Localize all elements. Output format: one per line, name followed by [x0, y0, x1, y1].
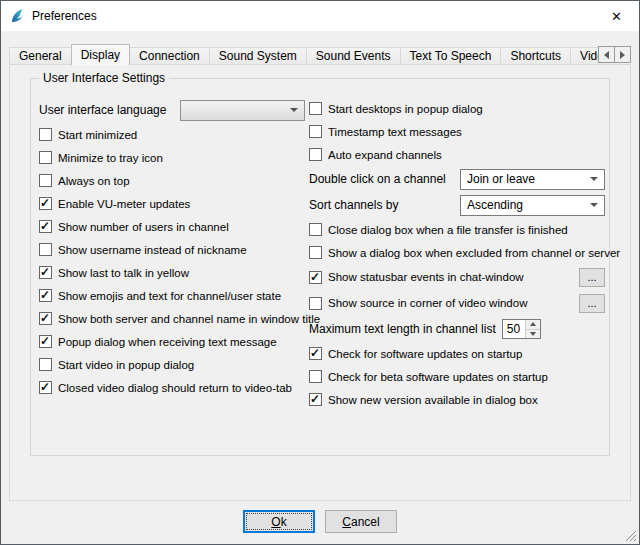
row-double-click-channel: Double click on a channel Join or leave — [309, 166, 605, 192]
close-button[interactable]: ✕ — [594, 1, 639, 31]
checkbox-statusbar-events[interactable]: Show statusbar events in chat-window ... — [309, 264, 605, 290]
cancel-button[interactable]: Cancel — [325, 510, 397, 533]
checkbox-show-last-to-talk[interactable]: Show last to talk in yellow — [39, 261, 305, 284]
preferences-dialog: Preferences ✕ General Display Connection… — [0, 0, 640, 545]
checkbox-start-desktops-popup[interactable]: Start desktops in popup dialog — [309, 97, 605, 120]
tab-general[interactable]: General — [9, 47, 72, 65]
checkbox-show-username-instead[interactable]: Show username instead of nickname — [39, 238, 305, 261]
checkbox-box[interactable] — [309, 148, 322, 161]
checkbox-show-server-channel-title[interactable]: Show both server and channel name in win… — [39, 307, 305, 330]
checkbox-minimize-to-tray[interactable]: Minimize to tray icon — [39, 146, 305, 169]
chevron-down-icon — [590, 203, 598, 207]
checkbox-start-video-popup[interactable]: Start video in popup dialog — [39, 353, 305, 376]
checkbox-close-dialog-file-transfer[interactable]: Close dialog box when a file transfer is… — [309, 218, 605, 241]
tab-text-to-speech[interactable]: Text To Speech — [400, 47, 502, 65]
language-combobox[interactable] — [180, 100, 305, 121]
arrow-down-icon — [530, 332, 536, 336]
language-label: User interface language — [39, 103, 166, 117]
checkbox-box[interactable] — [39, 335, 52, 348]
checkbox-label: Always on top — [58, 175, 130, 187]
tab-scroll-right-button[interactable] — [614, 46, 631, 63]
checkbox-timestamp-messages[interactable]: Timestamp text messages — [309, 120, 605, 143]
max-text-length-spinner[interactable]: 50 — [502, 319, 541, 339]
tab-sound-system[interactable]: Sound System — [209, 47, 307, 65]
spin-up-button[interactable] — [526, 320, 540, 329]
checkbox-box[interactable] — [309, 271, 322, 284]
chevron-down-icon — [590, 177, 598, 181]
double-click-value: Join or leave — [467, 172, 535, 186]
checkbox-closed-video-return[interactable]: Closed video dialog should return to vid… — [39, 376, 305, 399]
checkbox-box[interactable] — [309, 246, 322, 259]
checkbox-label: Show new version available in dialog box — [328, 394, 538, 406]
checkbox-box[interactable] — [39, 174, 52, 187]
video-source-browse-button[interactable]: ... — [579, 294, 605, 313]
tab-scroll-left-button[interactable] — [598, 46, 615, 63]
sort-channels-value: Ascending — [467, 198, 523, 212]
checkbox-box[interactable] — [309, 347, 322, 360]
checkbox-box[interactable] — [39, 128, 52, 141]
user-interface-settings-group: User Interface Settings User interface l… — [30, 78, 610, 456]
tab-scroll-control — [598, 46, 631, 63]
checkbox-box[interactable] — [309, 125, 322, 138]
checkbox-box[interactable] — [309, 393, 322, 406]
sort-channels-combobox[interactable]: Ascending — [460, 195, 605, 216]
dialog-buttons: Ok Cancel — [1, 510, 639, 533]
arrow-up-icon — [530, 322, 536, 326]
checkbox-label: Closed video dialog should return to vid… — [58, 382, 292, 394]
checkbox-box[interactable] — [309, 370, 322, 383]
checkbox-show-dialog-excluded[interactable]: Show a dialog box when excluded from cha… — [309, 241, 605, 264]
checkbox-box[interactable] — [39, 358, 52, 371]
arrow-right-icon — [620, 51, 625, 59]
checkbox-show-number-of-users[interactable]: Show number of users in channel — [39, 215, 305, 238]
checkbox-box[interactable] — [39, 243, 52, 256]
row-sort-channels: Sort channels by Ascending — [309, 192, 605, 218]
tab-bar: General Display Connection Sound System … — [9, 44, 631, 65]
checkbox-label: Show number of users in channel — [58, 221, 229, 233]
statusbar-events-browse-button[interactable]: ... — [579, 268, 605, 287]
titlebar: Preferences ✕ — [1, 1, 639, 31]
checkbox-label: Minimize to tray icon — [58, 152, 163, 164]
checkbox-box[interactable] — [39, 197, 52, 210]
tab-shortcuts[interactable]: Shortcuts — [500, 47, 571, 65]
checkbox-box[interactable] — [39, 266, 52, 279]
checkbox-show-emojis-text[interactable]: Show emojis and text for channel/user st… — [39, 284, 305, 307]
checkbox-label: Check for software updates on startup — [328, 348, 522, 360]
checkbox-always-on-top[interactable]: Always on top — [39, 169, 305, 192]
checkbox-box[interactable] — [39, 289, 52, 302]
checkbox-check-software-updates[interactable]: Check for software updates on startup — [309, 342, 605, 365]
checkbox-box[interactable] — [309, 297, 322, 310]
checkbox-label: Show a dialog box when excluded from cha… — [328, 247, 620, 259]
checkbox-enable-vu-meter[interactable]: Enable VU-meter updates — [39, 192, 305, 215]
tab-display[interactable]: Display — [71, 44, 130, 65]
left-column: User interface language Start minimized … — [39, 97, 305, 399]
display-tab-page: User Interface Settings User interface l… — [9, 64, 631, 501]
ok-button[interactable]: Ok — [243, 510, 315, 533]
checkbox-auto-expand-channels[interactable]: Auto expand channels — [309, 143, 605, 166]
arrow-left-icon — [604, 51, 609, 59]
row-user-interface-language: User interface language — [39, 97, 305, 123]
checkbox-show-new-version[interactable]: Show new version available in dialog box — [309, 388, 605, 411]
sort-channels-label: Sort channels by — [309, 198, 398, 212]
checkbox-label: Auto expand channels — [328, 149, 442, 161]
double-click-combobox[interactable]: Join or leave — [460, 169, 605, 190]
checkbox-label: Show username instead of nickname — [58, 244, 247, 256]
max-text-length-label: Maximum text length in channel list — [309, 322, 496, 336]
checkbox-box[interactable] — [39, 220, 52, 233]
checkbox-label: Show last to talk in yellow — [58, 267, 189, 279]
checkbox-box[interactable] — [39, 312, 52, 325]
checkbox-start-minimized[interactable]: Start minimized — [39, 123, 305, 146]
resize-grip[interactable] — [624, 529, 637, 542]
checkbox-box[interactable] — [39, 381, 52, 394]
window-title: Preferences — [32, 9, 97, 23]
checkbox-box[interactable] — [39, 151, 52, 164]
tab-sound-events[interactable]: Sound Events — [306, 47, 401, 65]
checkbox-popup-dialog-text-message[interactable]: Popup dialog when receiving text message — [39, 330, 305, 353]
checkbox-label: Timestamp text messages — [328, 126, 462, 138]
tab-connection[interactable]: Connection — [129, 47, 210, 65]
checkbox-check-beta-updates[interactable]: Check for beta software updates on start… — [309, 365, 605, 388]
ok-button-label: Ok — [244, 515, 314, 529]
checkbox-box[interactable] — [309, 223, 322, 236]
checkbox-box[interactable] — [309, 102, 322, 115]
checkbox-video-source-corner[interactable]: Show source in corner of video window ..… — [309, 290, 605, 316]
spin-down-button[interactable] — [526, 329, 540, 339]
